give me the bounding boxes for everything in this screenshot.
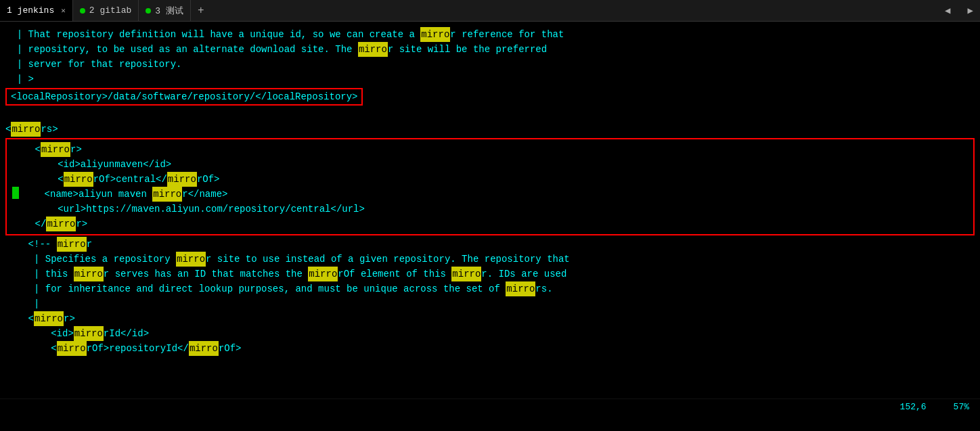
tab-jenkins-close[interactable]: ✕ bbox=[61, 6, 66, 15]
mirror2-open: <mirror> bbox=[0, 311, 980, 326]
comment-mirror-line2: | this mirror serves has an ID that matc… bbox=[0, 267, 980, 281]
comment-mirror-start: <!-- mirror bbox=[0, 237, 980, 252]
mirror-name-line: <name>aliyun maven mirror</name> bbox=[12, 187, 968, 202]
mirror-url-line: <url>https://maven.aliyun.com/repository… bbox=[12, 202, 968, 217]
mirror-id-line: <id>aliyunmaven</id> bbox=[12, 157, 968, 172]
local-repo-line: <localRepository>/data/software/reposito… bbox=[11, 89, 357, 104]
mirror2-mirrorof-line: <mirrorOf>repositoryId</mirrorOf> bbox=[0, 341, 980, 356]
status-bar: 152,6 57% bbox=[0, 399, 980, 415]
bookmark-icon bbox=[12, 187, 19, 199]
tab-gitlab-dot bbox=[80, 8, 85, 14]
mirror2-id-line: <id>mirrorId</id> bbox=[0, 326, 980, 341]
tab-bar: 1 jenkins ✕ 2 gitlab 3 测试 + ◀ ▶ bbox=[0, 0, 980, 22]
blank-line bbox=[0, 107, 980, 122]
mirror-close-line: </mirror> bbox=[12, 217, 968, 231]
tab-jenkins[interactable]: 1 jenkins ✕ bbox=[0, 0, 73, 21]
editor-area: | That repository definition will have a… bbox=[0, 22, 980, 415]
cursor-position: 152,6 bbox=[900, 402, 927, 412]
local-repo-box: <localRepository>/data/software/reposito… bbox=[5, 88, 363, 106]
tab-test-dot bbox=[146, 8, 151, 14]
mirror-open-line: <mirror> bbox=[12, 142, 968, 157]
zoom-level: 57% bbox=[954, 402, 969, 412]
comment-mirror-line4: | bbox=[0, 296, 980, 311]
mirrors-open: <mirrors> bbox=[0, 122, 980, 137]
tab-gitlab[interactable]: 2 gitlab bbox=[73, 0, 139, 21]
comment-line-2: | repository, to be used as an alternate… bbox=[0, 42, 980, 57]
tab-jenkins-label: 1 jenkins bbox=[7, 5, 54, 16]
nav-arrows[interactable]: ◀ ▶ bbox=[945, 5, 980, 16]
tab-test[interactable]: 3 测试 bbox=[139, 0, 191, 21]
comment-mirror-line3: | for inheritance and direct lookup purp… bbox=[0, 281, 980, 296]
comment-line-4: | > bbox=[0, 72, 980, 87]
mirror-block-box: <mirror> <id>aliyunmaven</id> <mirrorOf>… bbox=[5, 138, 975, 235]
comment-line-3: | server for that repository. bbox=[0, 57, 980, 72]
tab-test-label: 3 测试 bbox=[155, 5, 183, 17]
tab-add-button[interactable]: + bbox=[191, 0, 211, 21]
tab-gitlab-label: 2 gitlab bbox=[89, 5, 131, 16]
mirror-mirrorof-line: <mirrorOf>central</mirrorOf> bbox=[12, 172, 968, 187]
comment-line-1: | That repository definition will have a… bbox=[0, 27, 980, 42]
comment-mirror-line1: | Specifies a repository mirror site to … bbox=[0, 252, 980, 267]
